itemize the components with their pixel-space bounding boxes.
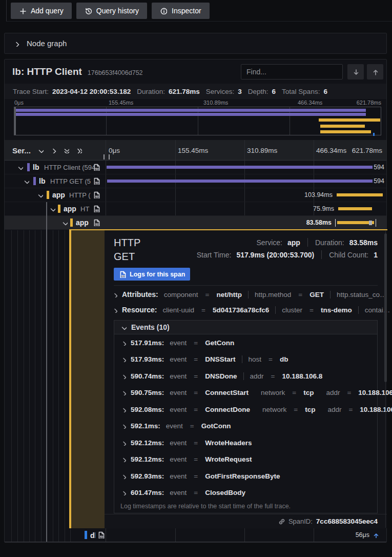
chevron-right-icon[interactable] xyxy=(120,356,126,362)
chevron-down-icon[interactable] xyxy=(37,147,44,153)
attributes-row[interactable]: Attributes: component=net/http http.meth… xyxy=(112,288,386,301)
chevron-right-icon[interactable] xyxy=(120,407,126,412)
query-history-label: Query history xyxy=(96,7,139,15)
chevron-right-icon[interactable] xyxy=(120,456,126,462)
equals-sign: = xyxy=(310,306,314,314)
logs-for-span-button[interactable]: Logs for this span xyxy=(114,268,190,281)
event-row[interactable]: 517.93ms: event=DNSStart host=db xyxy=(114,351,377,368)
log-icon[interactable] xyxy=(93,177,100,185)
service-name: db xyxy=(90,531,95,540)
event-value: ConnectDone xyxy=(205,406,250,413)
span-bar[interactable] xyxy=(337,193,383,196)
span-row[interactable]: app HTTP ( 103.94ms xyxy=(5,188,386,202)
log-icon[interactable] xyxy=(97,531,105,539)
span-row[interactable]: app HT 75.9ms xyxy=(5,202,386,216)
divider xyxy=(105,514,387,514)
chevron-right-icon[interactable] xyxy=(120,473,126,479)
minimap-tick-1: 155.45ms xyxy=(109,100,133,106)
attr-value: GET xyxy=(310,291,324,299)
event-row[interactable]: 592.12ms: event=WroteRequest xyxy=(114,451,377,468)
service-name: lb xyxy=(33,163,39,171)
event-row[interactable]: 592.08ms: event=ConnectDone network=tcp … xyxy=(114,401,377,418)
chevron-right-icon[interactable] xyxy=(120,373,126,379)
chevron-down-icon[interactable] xyxy=(61,220,68,226)
duration-label: Duration: xyxy=(137,88,165,95)
chevron-down-icon[interactable] xyxy=(49,206,55,212)
chevron-right-icon[interactable] xyxy=(112,292,117,297)
log-timestamps-note: Log timestamps are relative to the start… xyxy=(114,501,377,510)
node-graph-panel[interactable]: Node graph xyxy=(4,33,387,54)
indent-guide xyxy=(29,230,30,542)
event-time: 517.93ms: xyxy=(131,355,164,363)
log-icon[interactable] xyxy=(93,205,100,212)
indent-guide xyxy=(58,230,59,542)
operation-name: HTTP GET (5 xyxy=(50,177,91,185)
chevron-right-icon[interactable] xyxy=(120,340,126,346)
chevron-right-icon[interactable] xyxy=(112,307,117,313)
event-row[interactable]: 517.91ms: event=GetConn xyxy=(114,334,377,351)
query-toolbar: Add query Query history Inspector xyxy=(6,0,392,22)
log-icon[interactable] xyxy=(93,191,100,198)
chevron-right-icon[interactable] xyxy=(120,423,126,429)
event-row[interactable]: 590.74ms: event=DNSDone addr=10.188.106.… xyxy=(114,368,377,385)
event-time: 517.91ms: xyxy=(131,339,164,347)
chevron-right-icon[interactable] xyxy=(120,490,126,495)
span-row[interactable]: lb HTTP GET (5 594 xyxy=(5,174,386,188)
events-header[interactable]: Events (10) xyxy=(114,321,377,334)
find-prev-button[interactable] xyxy=(367,64,383,79)
service-column-header[interactable]: Ser... xyxy=(12,140,82,161)
explore-trace-view: LOG Add query Query history Inspector No… xyxy=(0,0,392,557)
find-input[interactable] xyxy=(241,64,343,79)
trace-minimap[interactable] xyxy=(14,107,381,135)
expand-all-icon[interactable] xyxy=(76,147,82,153)
event-key: event xyxy=(170,406,187,413)
services-label: Services: xyxy=(206,88,235,95)
minimap-span-lb-http-get xyxy=(16,113,366,116)
chevron-down-icon[interactable] xyxy=(37,192,43,198)
span-bar-handle[interactable] xyxy=(369,221,372,225)
timeline-tick-3: 466.34ms xyxy=(316,140,346,161)
event-row[interactable]: 601.47ms: event=ClosedBody xyxy=(114,485,377,502)
query-history-button[interactable]: Query history xyxy=(76,3,147,19)
span-row-selected[interactable]: app 83.58ms xyxy=(5,216,386,230)
chevron-down-icon[interactable] xyxy=(120,324,127,330)
depth-value: 6 xyxy=(272,88,276,95)
event-key: event xyxy=(166,422,183,430)
span-row[interactable]: lb HTTP Client (594 594 xyxy=(5,161,386,174)
chevron-right-icon[interactable] xyxy=(120,440,126,446)
span-bar[interactable] xyxy=(338,207,372,210)
indent-guide xyxy=(35,230,35,542)
resource-row[interactable]: Resource: client-uuid=5d041736a78cfc6 cl… xyxy=(112,304,390,316)
event-value: DNSStart xyxy=(205,355,235,363)
indent-guide xyxy=(17,230,18,542)
event-row[interactable]: 590.75ms: event=ConnectStart network=tcp… xyxy=(114,385,377,402)
chevron-right-icon[interactable] xyxy=(120,390,126,395)
event-row[interactable]: 592.12ms: event=WroteHeaders xyxy=(114,434,377,451)
event-row[interactable]: 592.93ms: event=GotFirstResponseByte xyxy=(114,468,377,485)
log-icon[interactable] xyxy=(93,219,100,226)
equals-sign: = xyxy=(292,389,296,396)
span-row[interactable]: db 56μs xyxy=(5,528,386,542)
chevron-right-icon xyxy=(13,41,19,47)
attr-key: http.method xyxy=(255,291,291,299)
equals-sign: = xyxy=(271,372,275,380)
collapse-all-icon[interactable] xyxy=(63,147,69,153)
inspector-button[interactable]: Inspector xyxy=(152,3,210,19)
span-duration: 83.58ms xyxy=(285,219,332,226)
span-bar[interactable] xyxy=(107,180,373,183)
add-query-button[interactable]: Add query xyxy=(11,3,72,19)
span-bar[interactable] xyxy=(107,166,373,169)
scroll-to-span-icon[interactable] xyxy=(372,532,378,538)
span-duration: 594 xyxy=(374,177,384,185)
trace-start-label: Trace Start: xyxy=(13,88,49,95)
chevron-right-icon[interactable] xyxy=(50,147,56,153)
timeline-gridline xyxy=(175,140,176,161)
chevron-down-icon[interactable] xyxy=(17,164,23,170)
link-icon[interactable] xyxy=(278,518,285,525)
event-value: GotConn xyxy=(201,422,231,430)
chevron-down-icon[interactable] xyxy=(23,178,29,184)
log-icon[interactable] xyxy=(93,164,100,171)
event-row[interactable]: 592.1ms: event=GotConn xyxy=(114,418,377,435)
find-next-button[interactable] xyxy=(347,64,364,79)
scrollbar-thumb[interactable] xyxy=(384,233,387,382)
